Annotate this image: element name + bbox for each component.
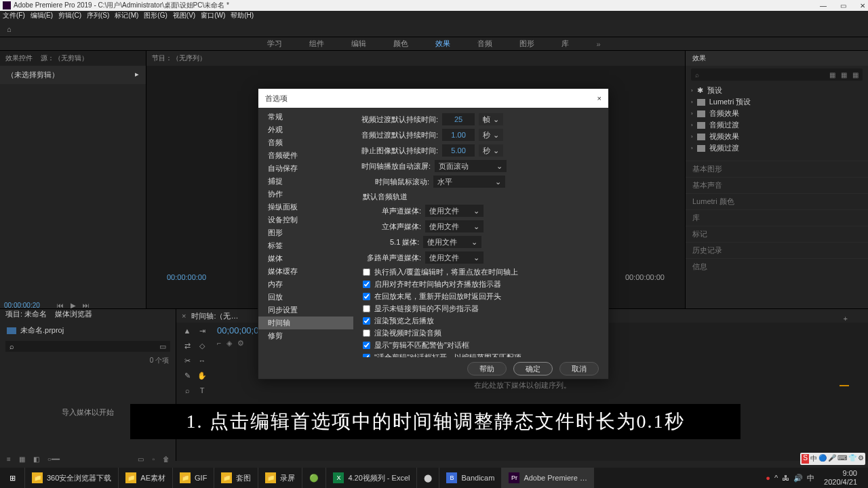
taskbar-item-0[interactable]: 📁360安全浏览器下载 xyxy=(24,468,118,488)
btn-next[interactable]: ⏭ xyxy=(83,302,90,309)
taskbar-item-8[interactable]: BBandicam xyxy=(439,468,501,488)
razor-tool[interactable]: ✂ xyxy=(182,355,193,366)
select-playback-scroll[interactable]: 页面滚动⌄ xyxy=(435,160,507,172)
select-51[interactable]: 使用文件⌄ xyxy=(423,236,481,248)
tab-source[interactable]: 源：（无剪辑） xyxy=(41,54,88,63)
prefs-trim[interactable]: 修剪 xyxy=(258,329,353,342)
fx-preset-icon2[interactable]: ▦ xyxy=(841,71,847,79)
input-audio-duration[interactable] xyxy=(442,129,475,141)
taskbar-clock[interactable]: 9:002020/4/21 xyxy=(818,469,863,487)
prefs-media[interactable]: 媒体 xyxy=(258,252,353,265)
prefs-appearance[interactable]: 外观 xyxy=(258,123,353,136)
new-bin-icon[interactable]: ▭ xyxy=(138,455,144,463)
minimize-button[interactable]: — xyxy=(820,2,827,9)
btn-play[interactable]: ▶ xyxy=(71,302,76,309)
cancel-button[interactable]: 取消 xyxy=(559,362,599,375)
icon-view-icon[interactable]: ▦ xyxy=(19,455,25,463)
menu-sequence[interactable]: 序列(S) xyxy=(87,11,109,21)
check-4[interactable]: 渲染预览之后播放 xyxy=(363,316,600,326)
ws-edit[interactable]: 编辑 xyxy=(351,39,366,49)
prefs-sync[interactable]: 同步设置 xyxy=(258,304,353,317)
tl-close-icon[interactable]: × xyxy=(182,312,186,320)
fx-preset-icon[interactable]: ▦ xyxy=(829,71,835,79)
freeform-icon[interactable]: ◧ xyxy=(33,455,39,463)
check-7[interactable]: "适合剪辑"对话框打开，以编辑范围不匹配项 xyxy=(363,352,600,357)
settings-icon[interactable]: ⚙ xyxy=(237,339,244,348)
ws-effects[interactable]: 效果 xyxy=(435,39,450,49)
menu-clip[interactable]: 剪辑(C) xyxy=(58,11,81,21)
prefs-playback[interactable]: 回放 xyxy=(258,291,353,304)
unit-still[interactable]: 秒⌄ xyxy=(479,144,503,157)
prefs-device[interactable]: 设备控制 xyxy=(258,214,353,226)
effects-tab[interactable]: 效果 xyxy=(686,51,868,66)
type-tool[interactable]: T xyxy=(197,385,208,396)
menu-help[interactable]: 帮助(H) xyxy=(231,11,254,21)
maximize-button[interactable]: ▭ xyxy=(840,2,846,9)
taskbar-item-9[interactable]: PrAdobe Premiere … xyxy=(501,468,594,488)
tray-up-icon[interactable]: ^ xyxy=(774,474,778,482)
checkbox-4[interactable] xyxy=(363,317,370,325)
panel-history[interactable]: 历史记录 xyxy=(686,242,868,258)
fx-audio-trans[interactable]: ›音频过渡 xyxy=(691,119,863,131)
track-select-tool[interactable]: ⇥ xyxy=(197,325,208,336)
start-button[interactable]: ⊞ xyxy=(0,468,24,488)
hand-tool[interactable]: ✋ xyxy=(197,370,208,381)
menu-window[interactable]: 窗口(W) xyxy=(201,11,225,21)
ws-library[interactable]: 库 xyxy=(561,39,569,49)
rate-tool[interactable]: ◇ xyxy=(197,340,208,351)
checkbox-6[interactable] xyxy=(363,342,370,349)
help-button[interactable]: 帮助 xyxy=(467,362,507,375)
checkbox-3[interactable] xyxy=(363,305,370,312)
zoom-slider[interactable]: ○━━ xyxy=(47,455,60,463)
taskbar-item-1[interactable]: 📁AE素材 xyxy=(118,468,172,488)
checkbox-1[interactable] xyxy=(363,281,370,288)
prefs-memory[interactable]: 内存 xyxy=(258,278,353,291)
check-2[interactable]: 在回放末尾，重新开始回放时返回开头 xyxy=(363,291,600,302)
new-item-icon[interactable]: ▫ xyxy=(152,455,155,463)
taskbar-item-2[interactable]: 📁GIF xyxy=(172,468,214,488)
tray-net-icon[interactable]: 🖧 xyxy=(782,474,789,482)
fx-video-trans[interactable]: ›视频过渡 xyxy=(691,142,863,154)
select-multi[interactable]: 使用文件⌄ xyxy=(425,251,484,264)
prefs-graphics[interactable]: 图形 xyxy=(258,226,353,239)
prefs-autosave[interactable]: 自动保存 xyxy=(258,162,353,175)
menu-edit[interactable]: 编辑(E) xyxy=(31,11,53,21)
ws-overflow[interactable]: » xyxy=(596,40,600,48)
prefs-timeline[interactable]: 时间轴 xyxy=(258,317,353,329)
menu-view[interactable]: 视图(V) xyxy=(173,11,195,21)
snap-icon[interactable]: ⌐ xyxy=(217,339,221,348)
select-stereo[interactable]: 使用文件⌄ xyxy=(425,220,484,232)
unit-video[interactable]: 帧⌄ xyxy=(479,113,503,125)
marker-icon[interactable]: ◈ xyxy=(226,339,232,348)
menu-graphics[interactable]: 图形(G) xyxy=(144,11,167,21)
taskbar-item-7[interactable]: ⬤ xyxy=(416,468,439,488)
bin-icon[interactable]: ▭ xyxy=(159,342,166,351)
prefs-audio-hw[interactable]: 音频硬件 xyxy=(258,149,353,162)
prefs-general[interactable]: 常规 xyxy=(258,110,353,123)
project-search[interactable]: ⌕ ▭ xyxy=(5,341,170,352)
tray-vol-icon[interactable]: 🔊 xyxy=(793,474,803,483)
close-button[interactable]: ✕ xyxy=(860,2,865,9)
fx-audio-fx[interactable]: ›音频效果 xyxy=(691,108,863,119)
prefs-media-cache[interactable]: 媒体缓存 xyxy=(258,265,353,278)
fx-video-fx[interactable]: ›视频效果 xyxy=(691,131,863,142)
checkbox-7[interactable] xyxy=(363,354,370,357)
select-mouse-scroll[interactable]: 水平⌄ xyxy=(433,176,505,188)
check-0[interactable]: 执行插入/覆盖编辑时，将重点放在时间轴上 xyxy=(363,267,600,277)
fx-preset-icon3[interactable]: ▦ xyxy=(852,71,859,79)
fx-lumetri[interactable]: ›Lumetri 预设 xyxy=(691,96,863,108)
selection-tool[interactable]: ▲ xyxy=(182,325,193,336)
checkbox-0[interactable] xyxy=(363,268,370,276)
prefs-collab[interactable]: 协作 xyxy=(258,188,353,201)
menu-file[interactable]: 文件(F) xyxy=(3,11,25,21)
panel-lumetri[interactable]: Lumetri 颜色 xyxy=(686,193,868,209)
panel-info[interactable]: 信息 xyxy=(686,258,868,274)
effects-search[interactable]: ⌕ ▦ ▦ ▦ xyxy=(691,68,863,81)
pen-tool[interactable]: ✎ xyxy=(182,370,193,381)
taskbar-item-3[interactable]: 📁套图 xyxy=(214,468,258,488)
ws-assembly[interactable]: 组件 xyxy=(309,39,324,49)
tab-effect-controls[interactable]: 效果控件 xyxy=(5,54,33,63)
tray-rec-icon[interactable]: ● xyxy=(766,474,770,482)
slip-tool[interactable]: ↔ xyxy=(197,355,208,366)
checkbox-5[interactable] xyxy=(363,329,370,337)
